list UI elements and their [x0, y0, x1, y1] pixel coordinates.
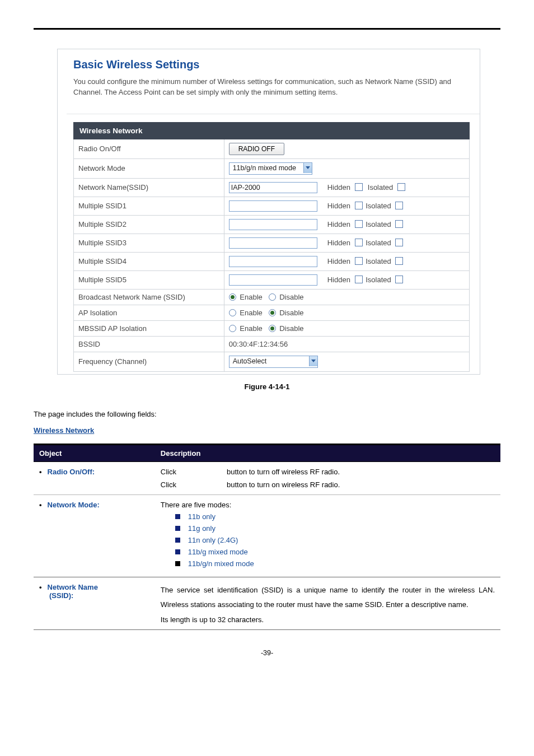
apiso-enable-radio[interactable] [229, 309, 236, 316]
intro-line: The page includes the following fields: [34, 410, 500, 418]
bssid-label: BSSID [74, 336, 224, 352]
mssid1-isolated-checkbox[interactable] [395, 202, 403, 209]
mssid2-isolated-checkbox[interactable] [395, 220, 403, 228]
frequency-select[interactable]: AutoSelect [229, 356, 318, 368]
obj-ssid: •Network Name (SSID): [34, 577, 155, 629]
mssid1-label: Multiple SSID1 [74, 197, 224, 215]
network-mode-label: Network Mode [74, 158, 224, 178]
wireless-form-table: Wireless Network Radio On/Off RADIO OFF … [73, 122, 470, 372]
desc-ssid: The service set identification (SSID) is… [155, 577, 500, 629]
freq-label: Frequency (Channel) [74, 352, 224, 371]
ssid-hidden-checkbox[interactable] [355, 183, 363, 191]
header-rule [34, 28, 500, 30]
broadcast-disable-radio[interactable] [269, 293, 276, 301]
col-description: Description [155, 444, 500, 461]
mssid4-input[interactable] [229, 256, 317, 267]
figure-caption: Figure 4-14-1 [34, 382, 500, 391]
mssid2-hidden-checkbox[interactable] [355, 220, 363, 228]
mssid1-hidden-checkbox[interactable] [355, 202, 363, 209]
ssid-isolated-checkbox[interactable] [397, 183, 405, 191]
description-table: Object Description •Radio On/Off: Clickb… [34, 444, 500, 630]
chevron-down-icon [303, 163, 312, 173]
mssid5-isolated-checkbox[interactable] [395, 276, 403, 283]
section-link: Wireless Network [34, 426, 94, 435]
mssid3-isolated-checkbox[interactable] [395, 239, 403, 246]
mssid3-input[interactable] [229, 237, 317, 249]
network-mode-select[interactable]: 11b/g/n mixed mode [229, 162, 312, 175]
mbssidiso-enable-radio[interactable] [229, 325, 236, 332]
mbssidiso-disable-radio[interactable] [269, 325, 276, 332]
page-number: -39- [34, 649, 500, 657]
settings-panel: Basic Wireless Settings You could config… [57, 49, 480, 375]
mssid2-label: Multiple SSID2 [74, 215, 224, 234]
radio-off-button[interactable]: RADIO OFF [229, 143, 284, 155]
panel-title: Basic Wireless Settings [73, 58, 470, 71]
isolated-label: Isolated [368, 183, 394, 192]
ssid-input[interactable] [229, 182, 317, 193]
desc-radio: Clickbutton to turn off wireless RF radi… [155, 461, 500, 494]
mssid4-isolated-checkbox[interactable] [395, 257, 403, 265]
broadcast-enable-radio[interactable] [229, 293, 236, 301]
bssid-value: 00:30:4F:12:34:56 [224, 336, 469, 352]
mssid5-hidden-checkbox[interactable] [355, 276, 363, 283]
obj-radio: •Radio On/Off: [34, 461, 155, 494]
apiso-label: AP Isolation [74, 305, 224, 320]
desc-mode: There are five modes: 11b only 11g only … [155, 494, 500, 577]
section-header: Wireless Network [74, 122, 470, 139]
mbssidiso-label: MBSSID AP Isolation [74, 320, 224, 336]
panel-description: You could configure the minimum number o… [73, 77, 470, 98]
hidden-label: Hidden [327, 183, 350, 192]
obj-mode: •Network Mode: [34, 494, 155, 577]
mssid3-hidden-checkbox[interactable] [355, 239, 363, 246]
col-object: Object [34, 444, 155, 461]
broadcast-label: Broadcast Network Name (SSID) [74, 289, 224, 305]
radio-label: Radio On/Off [74, 139, 224, 158]
chevron-down-icon [309, 356, 317, 366]
mssid5-input[interactable] [229, 274, 317, 286]
mssid3-label: Multiple SSID3 [74, 234, 224, 252]
mssid5-label: Multiple SSID5 [74, 270, 224, 289]
ssid-label: Network Name(SSID) [74, 178, 224, 197]
mssid2-input[interactable] [229, 219, 317, 230]
apiso-disable-radio[interactable] [269, 309, 276, 316]
mssid1-input[interactable] [229, 200, 317, 212]
mssid4-hidden-checkbox[interactable] [355, 257, 363, 265]
mssid4-label: Multiple SSID4 [74, 252, 224, 270]
